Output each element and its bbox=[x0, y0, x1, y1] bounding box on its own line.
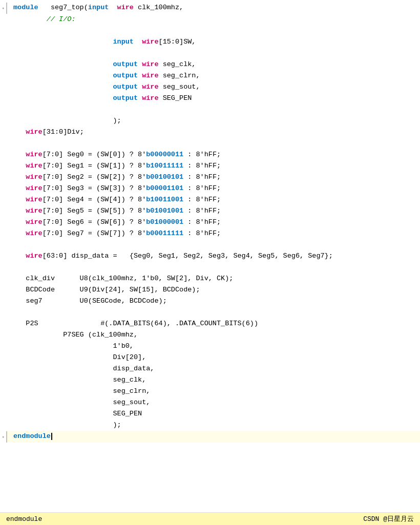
code-line: P7SEG (clk_100mhz, bbox=[0, 329, 420, 341]
token-plain: BCDCode U9(Div[24], SW[15], BCDCode); bbox=[13, 286, 200, 293]
code-line: endmodule bbox=[0, 431, 420, 443]
token-kw: b10011001 bbox=[146, 196, 183, 203]
token-magenta: wire bbox=[26, 218, 42, 226]
code-line: wire[7:0] Seg1 = (SW[1]) ? 8'b10011111 :… bbox=[0, 160, 420, 172]
code-line bbox=[0, 307, 420, 318]
token-plain: seg_sout, bbox=[13, 398, 150, 406]
code-line: wire[7:0] Seg7 = (SW[7]) ? 8'b00011111 :… bbox=[0, 228, 420, 239]
token-magenta: wire bbox=[26, 207, 42, 215]
line-code: disp_data, bbox=[11, 363, 420, 374]
token-magenta: wire bbox=[26, 162, 42, 170]
line-code: output wire SEG_PEN bbox=[11, 93, 420, 104]
line-code: wire[7:0] Seg3 = (SW[3]) ? 8'b00001101 :… bbox=[11, 183, 420, 194]
token-magenta: wire bbox=[142, 83, 158, 91]
code-editor[interactable]: module seg7_top(input wire clk_100mhz, /… bbox=[0, 0, 420, 512]
code-line: output wire seg_clk, bbox=[0, 59, 420, 70]
line-code: wire[63:0] disp_data = {Seg0, Seg1, Seg2… bbox=[11, 250, 420, 262]
code-line bbox=[0, 239, 420, 250]
token-kw: output bbox=[113, 72, 138, 79]
code-line: output wire seg_clrn, bbox=[0, 70, 420, 81]
token-plain: seg7 U0(SEGCode, BCDCode); bbox=[13, 297, 167, 305]
line-code: wire[7:0] Seg0 = (SW[0]) ? 8'b00000011 :… bbox=[11, 149, 420, 160]
line-code bbox=[11, 262, 420, 273]
token-plain bbox=[13, 94, 113, 102]
token-kw: input bbox=[88, 4, 109, 11]
token-plain: [7:0] Seg1 = (SW[1]) ? 8' bbox=[43, 162, 146, 170]
token-plain bbox=[13, 15, 47, 23]
code-line: wire[7:0] Seg4 = (SW[4]) ? 8'b10011001 :… bbox=[0, 194, 420, 205]
line-code: output wire seg_clk, bbox=[11, 59, 420, 70]
line-code: 1'b0, bbox=[11, 341, 420, 352]
token-kw: b01000001 bbox=[146, 218, 183, 226]
token-kw: b01001001 bbox=[146, 207, 183, 215]
line-code bbox=[11, 104, 420, 115]
token-plain: P2S #(.DATA_BITS(64), .DATA_COUNT_BITS(6… bbox=[13, 320, 258, 327]
code-line: seg_clrn, bbox=[0, 386, 420, 397]
text-cursor bbox=[51, 433, 52, 440]
token-kw: endmodule bbox=[13, 432, 51, 440]
code-line: P2S #(.DATA_BITS(64), .DATA_COUNT_BITS(6… bbox=[0, 318, 420, 329]
token-magenta: wire bbox=[26, 151, 42, 158]
code-line bbox=[0, 262, 420, 273]
line-code: seg_sout, bbox=[11, 397, 420, 408]
token-magenta: wire bbox=[117, 4, 134, 11]
token-plain bbox=[13, 218, 26, 226]
token-plain bbox=[138, 94, 142, 102]
line-code: wire[7:0] Seg5 = (SW[5]) ? 8'b01001001 :… bbox=[11, 205, 420, 217]
token-plain: : 8'hFF; bbox=[183, 184, 221, 192]
code-line bbox=[0, 104, 420, 115]
status-left: endmodule bbox=[6, 515, 42, 523]
token-kw: output bbox=[113, 60, 138, 68]
line-code: seg7 U0(SEGCode, BCDCode); bbox=[11, 296, 420, 307]
token-comment: // I/O: bbox=[47, 15, 76, 23]
token-plain: Div[20], bbox=[13, 353, 146, 361]
token-plain bbox=[13, 38, 113, 46]
token-kw: output bbox=[113, 83, 138, 91]
line-code: wire[7:0] Seg6 = (SW[6]) ? 8'b01000001 :… bbox=[11, 217, 420, 228]
line-code: module seg7_top(input wire clk_100mhz, bbox=[11, 2, 420, 13]
token-plain: [31:0]Div; bbox=[43, 128, 84, 136]
token-kw: input bbox=[113, 38, 134, 46]
token-plain bbox=[13, 83, 113, 91]
code-line: SEG_PEN bbox=[0, 408, 420, 419]
code-line: seg_clk, bbox=[0, 374, 420, 386]
code-line: seg_sout, bbox=[0, 397, 420, 408]
token-magenta: wire bbox=[26, 196, 42, 203]
token-plain: : 8'hFF; bbox=[183, 207, 221, 215]
line-code: P2S #(.DATA_BITS(64), .DATA_COUNT_BITS(6… bbox=[11, 318, 420, 329]
token-plain: [7:0] Seg5 = (SW[5]) ? 8' bbox=[43, 207, 146, 215]
token-plain: clk_100mhz, bbox=[134, 4, 183, 11]
code-line: module seg7_top(input wire clk_100mhz, bbox=[0, 2, 420, 14]
code-line: wire[31:0]Div; bbox=[0, 127, 420, 138]
token-plain: disp_data, bbox=[13, 365, 154, 372]
token-plain bbox=[13, 229, 26, 237]
token-plain: seg_sout, bbox=[159, 83, 200, 91]
code-line: wire[7:0] Seg2 = (SW[2]) ? 8'b00100101 :… bbox=[0, 172, 420, 183]
token-plain: SEG_PEN bbox=[13, 410, 142, 417]
code-line: output wire SEG_PEN bbox=[0, 93, 420, 104]
token-plain bbox=[138, 60, 142, 68]
code-line: ); bbox=[0, 419, 420, 431]
line-gutter bbox=[0, 431, 7, 443]
line-code: BCDCode U9(Div[24], SW[15], BCDCode); bbox=[11, 284, 420, 296]
line-code: wire[7:0] Seg2 = (SW[2]) ? 8'b00100101 :… bbox=[11, 172, 420, 183]
code-line bbox=[0, 138, 420, 149]
token-magenta: wire bbox=[142, 94, 158, 102]
token-plain: : 8'hFF; bbox=[183, 151, 221, 158]
token-plain bbox=[13, 151, 26, 158]
token-plain: seg7_top( bbox=[38, 4, 88, 11]
code-line: wire[63:0] disp_data = {Seg0, Seg1, Seg2… bbox=[0, 250, 420, 262]
token-plain: SEG_PEN bbox=[159, 94, 192, 102]
token-plain: [7:0] Seg7 = (SW[7]) ? 8' bbox=[43, 229, 146, 237]
token-plain: ); bbox=[13, 421, 121, 429]
code-line: disp_data, bbox=[0, 363, 420, 374]
code-line: wire[7:0] Seg3 = (SW[3]) ? 8'b00001101 :… bbox=[0, 183, 420, 194]
line-code bbox=[11, 48, 420, 59]
line-code: ); bbox=[11, 115, 420, 127]
token-plain: [7:0] Seg0 = (SW[0]) ? 8' bbox=[43, 151, 146, 158]
token-magenta: wire bbox=[142, 72, 158, 79]
line-code: wire[7:0] Seg4 = (SW[4]) ? 8'b10011001 :… bbox=[11, 194, 420, 205]
token-magenta: wire bbox=[26, 128, 42, 136]
code-line bbox=[0, 48, 420, 59]
status-bar: endmodule CSDN @日星月云 bbox=[0, 512, 420, 525]
